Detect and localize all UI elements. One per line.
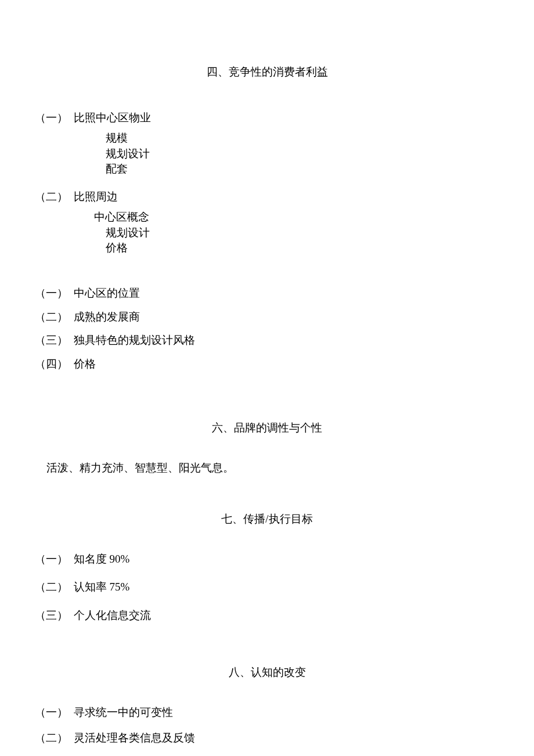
list-text: 个人化信息交流 [74,609,151,621]
marker: （二） [35,309,71,326]
marker: （三） [35,332,71,349]
marker: （一） [35,704,71,721]
list-text: 寻求统一中的可变性 [74,706,173,718]
section-4-title: 四、竞争性的消费者利益 [35,64,499,81]
section-4-list-2: （二） 成熟的发展商 [35,309,499,326]
marker: （三） [35,607,71,624]
section-7-title: 七、传播/执行目标 [35,511,499,528]
group-b-header: （二） 比照周边 [35,189,499,206]
section-8-list-2: （二） 灵活处理各类信息及反馈 [35,730,499,747]
list-text: 独具特色的规划设计风格 [74,334,195,346]
section-7-list-3: （三） 个人化信息交流 [35,607,499,624]
section-8-title: 八、认知的改变 [35,664,499,681]
list-text: 认知率 75% [74,581,130,593]
group-a-label: 比照中心区物业 [74,111,151,124]
section-4-group-a: （一） 比照中心区物业 规模 规划设计 配套 [35,110,499,177]
group-a-sub-3: 配套 [35,161,499,177]
group-b-first: 中心区概念 [35,210,499,225]
section-6-title: 六、品牌的调性与个性 [35,420,499,437]
group-b-sub-2: 价格 [35,240,499,256]
list-text: 知名度 90% [74,553,130,565]
marker: （四） [35,356,71,373]
list-text: 成熟的发展商 [74,311,140,323]
list-text: 灵活处理各类信息及反馈 [74,732,195,744]
marker: （二） [35,579,71,596]
group-b-sub-1: 规划设计 [35,225,499,241]
marker: （二） [35,730,71,747]
section-4-list-4: （四） 价格 [35,356,499,373]
marker: （一） [35,110,71,127]
group-a-header: （一） 比照中心区物业 [35,110,499,127]
group-a-sub-1: 规模 [35,131,499,146]
group-b-label: 比照周边 [74,190,118,203]
marker: （二） [35,189,71,206]
section-6-body: 活泼、精力充沛、智慧型、阳光气息。 [35,460,499,477]
section-8-list-1: （一） 寻求统一中的可变性 [35,704,499,721]
list-text: 价格 [74,358,96,370]
section-4-list-3: （三） 独具特色的规划设计风格 [35,332,499,349]
group-a-sub-2: 规划设计 [35,146,499,162]
marker: （一） [35,551,71,568]
section-4-group-b: （二） 比照周边 中心区概念 规划设计 价格 [35,189,499,256]
marker: （一） [35,285,71,302]
section-7-list-1: （一） 知名度 90% [35,551,499,568]
list-text: 中心区的位置 [74,287,140,299]
section-7-list-2: （二） 认知率 75% [35,579,499,596]
section-4-list-1: （一） 中心区的位置 [35,285,499,302]
